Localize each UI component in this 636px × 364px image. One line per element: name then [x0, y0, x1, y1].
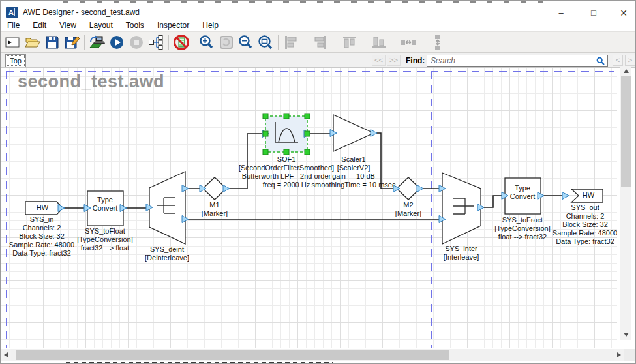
zoom-selection-icon [257, 34, 274, 51]
selection-handle[interactable] [284, 114, 289, 119]
toolbar-separator [278, 35, 279, 50]
zoom-out-button[interactable] [236, 33, 256, 52]
align-top-button[interactable] [340, 33, 359, 52]
block-sys-in[interactable] [25, 202, 63, 215]
port-sysout-in[interactable] [562, 192, 569, 200]
open-folder-icon [24, 34, 41, 51]
menu-inspector[interactable]: Inspector [151, 20, 196, 31]
app-logo-icon: A [6, 7, 18, 18]
selection-handle[interactable] [263, 114, 268, 119]
block-sof1-selected[interactable] [265, 116, 307, 152]
align-bottom-button[interactable] [369, 33, 389, 52]
maximize-button[interactable]: □ [583, 5, 604, 20]
run-button[interactable] [107, 33, 127, 52]
align-left-button[interactable] [281, 33, 301, 52]
open-button[interactable] [23, 33, 42, 52]
window-title: AWE Designer - second_test.awd [23, 8, 140, 17]
scroll-right-icon [617, 352, 621, 357]
wire-m1-sof1[interactable] [229, 134, 263, 189]
menu-file[interactable]: File [1, 20, 26, 31]
horizontal-scroll-thumb[interactable] [16, 350, 449, 360]
scroll-up-button[interactable] [620, 66, 631, 76]
block-sys-inter[interactable] [442, 173, 481, 244]
history-forward-button[interactable]: >> [387, 55, 401, 66]
cutoff-bottom-strip [1, 361, 636, 364]
minimize-button[interactable]: – [551, 5, 571, 20]
design-canvas[interactable]: second_test.awd [1, 68, 617, 348]
scroll-down-icon [624, 333, 629, 337]
align-right-icon [312, 34, 329, 51]
menu-bar: File Edit View Layout Tools Inspector He… [1, 20, 636, 31]
tab-bar: Top << >> Find: < > [1, 53, 636, 68]
find-input[interactable] [427, 55, 608, 67]
play-icon [108, 34, 125, 51]
toolbar-separator [168, 35, 169, 50]
block-sys-tofract[interactable] [505, 178, 541, 214]
toolbar-separator [194, 35, 194, 50]
tab-top[interactable]: Top [5, 54, 26, 67]
stop-button[interactable] [127, 33, 146, 52]
scrollbar-corner [624, 349, 636, 361]
horizontal-scrollbar[interactable] [1, 349, 624, 361]
zoom-in-button[interactable] [197, 33, 217, 52]
block-sys-deint[interactable] [149, 172, 185, 244]
connect-target-icon [89, 34, 106, 51]
port-scaler1-out[interactable] [371, 130, 377, 137]
menu-view[interactable]: View [53, 20, 83, 31]
scroll-left-icon [4, 352, 8, 357]
selection-handle[interactable] [263, 131, 268, 136]
save-button[interactable] [42, 33, 62, 52]
block-sys-out[interactable] [571, 189, 603, 202]
scroll-left-button[interactable] [1, 349, 11, 361]
new-design-icon [5, 34, 22, 51]
scroll-down-button[interactable] [620, 329, 631, 340]
disable-inspectors-button[interactable] [172, 33, 191, 52]
zoom-actual-button[interactable] [217, 33, 236, 52]
port-sysin-out[interactable] [58, 205, 65, 212]
scroll-right-button[interactable] [614, 349, 624, 361]
align-right-button[interactable] [310, 33, 330, 52]
port-m2-out[interactable] [417, 185, 423, 192]
toolbar-separator [84, 35, 85, 50]
stop-icon [128, 34, 145, 51]
port-m1-out[interactable] [223, 185, 230, 192]
wire-scaler1-m2[interactable] [376, 133, 394, 189]
selection-handle[interactable] [284, 149, 289, 155]
find-next-button[interactable]: > [625, 55, 635, 66]
selection-handle[interactable] [305, 149, 310, 155]
save-as-icon [63, 34, 80, 51]
vertical-scroll-thumb[interactable] [621, 76, 631, 187]
distribute-horizontal-icon [400, 34, 417, 51]
new-design-button[interactable] [3, 33, 23, 52]
menu-layout[interactable]: Layout [83, 20, 119, 31]
find-prev-button[interactable]: < [613, 55, 623, 66]
distribute-horizontal-button[interactable] [399, 33, 418, 52]
menu-tools[interactable]: Tools [119, 20, 151, 31]
find-label: Find: [406, 56, 425, 65]
selection-handle[interactable] [305, 114, 310, 119]
vertical-scrollbar[interactable] [620, 66, 631, 340]
menu-help[interactable]: Help [196, 20, 225, 31]
close-button[interactable]: ✕ [613, 5, 634, 20]
selection-handle[interactable] [263, 149, 268, 155]
zoom-in-icon [198, 34, 215, 51]
save-icon [44, 34, 61, 51]
app-logo-letter: A [8, 8, 14, 16]
block-sys-tofloat[interactable] [87, 191, 123, 226]
search-icon[interactable] [596, 57, 605, 65]
propagate-changes-button[interactable] [146, 33, 166, 52]
menu-edit[interactable]: Edit [26, 20, 53, 31]
toolbar [1, 31, 636, 53]
selection-handle[interactable] [305, 131, 310, 136]
history-back-button[interactable]: << [372, 55, 386, 66]
wire-inter-tofract[interactable] [483, 196, 502, 207]
save-as-button[interactable] [62, 33, 82, 52]
zoom-selection-button[interactable] [256, 33, 275, 52]
align-top-icon [341, 34, 358, 51]
connect-target-button[interactable] [87, 33, 107, 52]
zoom-actual-icon [218, 34, 235, 51]
title-bar: A AWE Designer - second_test.awd – □ ✕ [1, 3, 636, 20]
block-scaler1[interactable] [333, 115, 374, 151]
distribute-vertical-button[interactable] [428, 33, 447, 52]
align-bottom-icon [371, 34, 387, 51]
